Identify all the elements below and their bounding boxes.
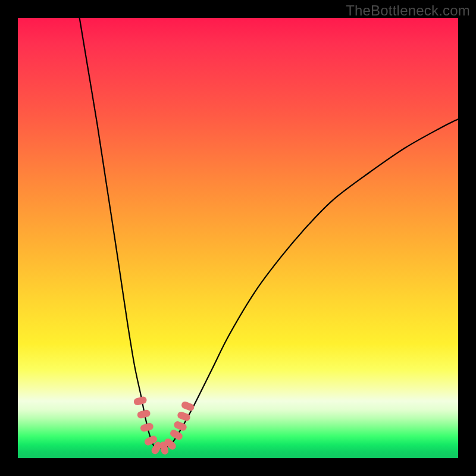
curve-marker <box>180 400 195 412</box>
chart-frame: TheBottleneck.com <box>0 0 476 476</box>
watermark-text: TheBottleneck.com <box>346 2 470 19</box>
curve-marker <box>140 422 154 433</box>
curve-marker <box>169 428 184 441</box>
curve-marker <box>177 411 192 422</box>
curve-marker <box>133 396 148 406</box>
curve-layer <box>18 18 458 458</box>
curve-marker <box>137 409 151 419</box>
bottleneck-curve <box>80 18 458 449</box>
plot-area <box>18 18 458 458</box>
